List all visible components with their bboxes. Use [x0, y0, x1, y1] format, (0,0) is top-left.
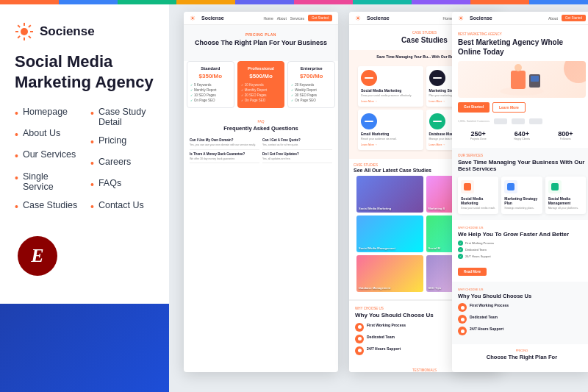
grow-check-3: ✓	[458, 254, 463, 259]
hero-tagline: BEST MARKETING AGENCY	[458, 32, 586, 36]
cta-title: Choose The Right Plan For	[458, 354, 586, 360]
plan-name-standard: Standard	[190, 66, 231, 71]
faq-item-1: Can I Use My Own Domain? Yes, you can us…	[190, 136, 259, 150]
why-icon-2	[355, 335, 364, 343]
cta-label: PRICING	[458, 349, 586, 352]
feature-e1: 20 Keywords	[291, 82, 331, 88]
plan-name-professional: Professional	[241, 66, 282, 71]
faq-q-2: Is There A Money Back Guarantee?	[190, 152, 259, 156]
grow-check-inner-3: ✓	[459, 254, 462, 258]
service-icon-sm-inner	[464, 183, 471, 190]
svg-line-8	[18, 36, 20, 38]
smc-icon-inner	[365, 77, 373, 79]
plan-price-standard: $350/Mo	[190, 73, 231, 79]
smc-icon-inner-2	[433, 77, 442, 79]
why-text-2: Dedicated Team	[367, 335, 395, 339]
nav-item-faqs[interactable]: FAQs	[90, 178, 154, 191]
why-fr-icon-3	[458, 327, 467, 335]
nav-item-about[interactable]: About Us	[15, 128, 79, 141]
svg-line-5	[18, 25, 20, 27]
stat-label-clients: Happy Clients	[501, 138, 542, 140]
grow-label: WHY CHOOSE US	[458, 226, 586, 229]
svg-point-11	[514, 64, 522, 71]
service-icon-mgmt-inner	[551, 183, 559, 190]
smc-icon-marketing	[429, 70, 445, 86]
grow-check-inner-2: ✓	[459, 248, 462, 252]
trust-text: 1,000+ Satisfied Customers	[458, 120, 490, 123]
nav-item-careers[interactable]: Careers	[90, 157, 154, 170]
stat-projects: 250+ Projects Done	[458, 130, 498, 140]
service-icon-ms	[504, 180, 517, 193]
logo-icon	[15, 22, 34, 41]
nav-item-contact[interactable]: Contact Us	[90, 200, 154, 213]
mini-logo-icon-right: ☀	[458, 15, 465, 22]
nav-item-pricing[interactable]: Pricing	[90, 135, 154, 149]
grow-feature-1: ✓ First Working Process	[458, 240, 586, 246]
mini-logo-text-right: Sociense	[470, 15, 492, 21]
mini-link-home-mid: Home	[443, 16, 453, 21]
feature-e3: 30 SEO Pages	[291, 93, 331, 98]
faq-q-4: Do I Get Free Updates?	[262, 152, 332, 156]
feature-3: 10 SEO Pages	[190, 93, 231, 98]
faq-col-right: Can I Get A Free Quote? Yes, contact us …	[262, 136, 332, 164]
svg-line-6	[29, 36, 31, 38]
stat-label-projects: Projects Done	[458, 138, 498, 140]
feature-p1: 10 Keywords	[241, 82, 282, 88]
faq-columns: Can I Use My Own Domain? Yes, you can us…	[190, 136, 332, 164]
faq-item-2: Is There A Money Back Guarantee? We offe…	[190, 150, 259, 164]
pricing-card-professional: Professional $500/Mo 10 Keywords Monthly…	[237, 61, 285, 108]
service-name-ms: Marketing Strategy Plan	[504, 196, 539, 205]
cs-label-1: Social Media Marketing	[359, 207, 391, 210]
why-fr-text-2: Dedicated Team	[470, 315, 498, 319]
why-fr-title: Why You Should Choose Us	[458, 293, 586, 299]
mini-nav-right: ☀ Sociense About Get Started	[452, 12, 588, 25]
mini-nav-links-right: About Get Started	[548, 15, 586, 21]
grow-feature-3: ✓ 24/7 Hours Support	[458, 254, 586, 259]
hero-illustration	[458, 61, 586, 98]
nav-col-right: Case Study Detail Pricing Careers FAQs C…	[90, 107, 154, 221]
nav-item-homepage[interactable]: Homepage	[15, 107, 79, 120]
why-icon-inner-1	[358, 325, 362, 329]
hero-btn-primary[interactable]: Get Started	[458, 102, 490, 113]
smc-icon-email	[361, 113, 377, 129]
trust-logo-1	[494, 118, 507, 124]
nav-item-case-studies[interactable]: Case Studies	[15, 200, 79, 213]
cs-card-5: Database Management	[356, 255, 423, 292]
mini-nav-home: Home	[263, 16, 273, 21]
plan-features-standard: 5 Keywords Monthly Report 10 SEO Pages O…	[190, 82, 231, 103]
grow-cta-button[interactable]: Read More	[458, 268, 487, 276]
mini-link-right: About	[548, 16, 558, 21]
hero-buttons: Get Started Learn More	[458, 102, 586, 113]
trust-logos: 1,000+ Satisfied Customers	[458, 118, 586, 124]
faq-section: FAQ Frequently Asked Questions Can I Use…	[184, 114, 338, 170]
product-title: Social Media Marketing Agency	[15, 51, 154, 92]
why-fr-text-3: 24/7 Hours Support	[470, 327, 503, 331]
nav-item-case-study-detail[interactable]: Case Study Detail	[90, 107, 154, 127]
nav-item-services[interactable]: Our Services	[15, 149, 79, 163]
faq-item-4: Do I Get Free Updates? Yes, all updates …	[262, 150, 332, 164]
smc-link-social[interactable]: Learn More →	[361, 100, 420, 103]
smc-social: Social Media Marketing Grow your social …	[358, 66, 423, 107]
faq-a-4: Yes, all updates are free.	[262, 157, 332, 161]
why-icon-1	[355, 323, 364, 332]
mini-cta-right[interactable]: Get Started	[562, 15, 586, 21]
faq-a-2: We offer 30 day money back guarantee.	[190, 157, 259, 161]
mini-cta-btn[interactable]: Get Started	[308, 15, 332, 21]
services-cards-right: Social Media Marketing Grow your social …	[458, 177, 586, 214]
hero-btn-secondary[interactable]: Learn More	[492, 102, 526, 113]
stat-num-projects: 250+	[458, 130, 498, 138]
pricing-title: Choose The Right Plan For Your Business	[190, 39, 332, 48]
faq-item-3: Can I Get A Free Quote? Yes, contact us …	[262, 136, 332, 150]
elementor-badge: E	[18, 236, 57, 276]
feature-e4: On Page SEO	[291, 98, 331, 103]
service-name-sm: Social Media Marketing	[461, 196, 495, 205]
cs-label-3: Social Media Management	[359, 246, 395, 250]
faq-a-3: Yes, contact us for a free quote.	[262, 143, 332, 147]
mini-logo-icon: ☀	[190, 15, 197, 22]
smc-link-email[interactable]: Learn More →	[361, 143, 420, 146]
why-icon-3	[355, 346, 364, 355]
cs-label-5: Database Management	[359, 286, 390, 290]
hero-svg-illustration	[492, 63, 551, 96]
preview-homepage: ☀ Sociense About Get Started BEST MARKET…	[452, 12, 588, 372]
nav-item-single-service[interactable]: Single Service	[15, 171, 79, 192]
